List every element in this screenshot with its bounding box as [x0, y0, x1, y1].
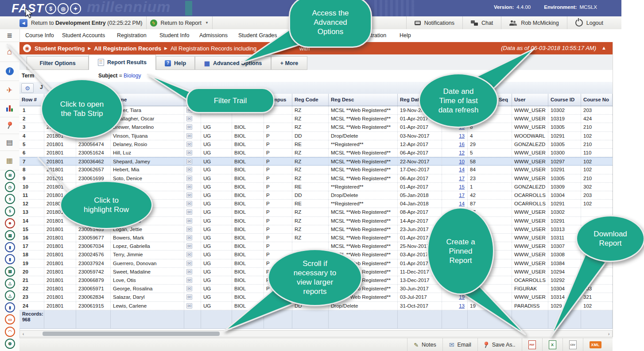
email-icon[interactable]: ✉ — [186, 167, 192, 172]
chart-icon[interactable] — [0, 99, 19, 117]
pin-icon[interactable] — [0, 117, 19, 134]
email-icon[interactable]: ✉ — [186, 218, 192, 224]
book2-icon[interactable]: ▮ — [5, 254, 15, 264]
detail-link[interactable]: 17 — [459, 193, 465, 198]
email-icon[interactable]: ✉ — [186, 227, 192, 232]
email-icon[interactable]: ✉ — [186, 201, 192, 206]
tab-help[interactable]: ?Help — [156, 56, 195, 70]
email-icon[interactable]: ✉ — [186, 278, 192, 283]
email-icon[interactable]: ✉ — [186, 261, 192, 266]
notes-button[interactable]: ✎Notes — [407, 338, 442, 351]
detail-link[interactable]: 19 — [459, 294, 465, 300]
info-icon[interactable]: i — [0, 62, 19, 81]
email-icon[interactable]: ✉ — [186, 209, 192, 215]
table-row[interactable]: 6201801230051624Hill, Luz✉UGBIOLPRZMCSL … — [19, 149, 613, 157]
table-row[interactable]: 4201801Vinson, Tijuana✉UGBIOLPDDDrop/Del… — [19, 132, 613, 140]
export-excel-button[interactable]: X — [542, 338, 563, 351]
email-icon[interactable]: ✉ — [186, 159, 192, 164]
scroll-left-arrow[interactable]: ‹ — [20, 331, 27, 337]
column-header-reg-code[interactable]: Reg Code — [292, 94, 329, 106]
table-row[interactable]: 7201801230036462Shepard, Jamey✉UGBIOLPRZ… — [19, 157, 613, 166]
export-csv-button[interactable]: CSV — [563, 338, 583, 351]
user-menu-button[interactable]: Rob McMicking — [501, 16, 566, 29]
detail-link[interactable]: 13 — [459, 133, 465, 139]
email-icon[interactable]: ✉ — [186, 286, 192, 291]
email-icon[interactable]: ✉ — [186, 294, 192, 300]
tab-report-results[interactable]: Report Results — [89, 54, 156, 70]
notes-icon[interactable]: ▤ — [5, 266, 15, 277]
menu-icon[interactable]: ≡ — [0, 29, 19, 42]
email-icon[interactable]: ✉ — [186, 150, 192, 155]
menu-item-registration[interactable]: Registration — [117, 32, 147, 39]
email-icon[interactable]: ✉ — [186, 116, 192, 121]
flask-icon[interactable]: △ — [5, 278, 15, 289]
dollar-icon[interactable]: $ — [5, 194, 15, 204]
email-icon[interactable]: ✉ — [186, 124, 192, 130]
rocket-icon[interactable]: ✈ — [0, 81, 19, 100]
email-icon[interactable]: ✉ — [186, 243, 192, 249]
email-icon[interactable]: ✉ — [186, 176, 192, 181]
collapse-arrow-icon[interactable]: ▲ — [601, 45, 606, 50]
email-button[interactable]: ✉Email — [442, 338, 477, 351]
dollar2-icon[interactable]: $ — [5, 206, 15, 216]
breadcrumb-level2[interactable]: All Registration Records — [94, 45, 161, 52]
detail-link[interactable]: 14 — [459, 167, 465, 172]
email-icon[interactable]: ✉ — [186, 252, 192, 257]
notifications-button[interactable]: Notifications — [406, 16, 462, 29]
tab--more[interactable]: + More — [271, 56, 307, 70]
detail-link[interactable]: 13 — [459, 303, 465, 309]
money-icon[interactable]: ▭ — [5, 314, 15, 324]
return-to-development-entry[interactable]: Return to Development Entry (02:25:22 PM… — [31, 20, 143, 26]
horizontal-scrollbar[interactable]: ‹ › — [19, 330, 613, 337]
logout-button[interactable]: Logout — [567, 16, 611, 29]
column-header-course-id[interactable]: Course ID — [548, 94, 581, 106]
email-icon[interactable]: ✉ — [186, 269, 192, 274]
email-icon[interactable]: ✉ — [186, 235, 192, 240]
save-as-button[interactable]: Save As.. — [477, 338, 522, 351]
calendar-icon[interactable]: ▦ — [0, 150, 19, 170]
book-icon[interactable]: ▮ — [5, 242, 15, 252]
menu-item-course-info[interactable]: Course Info — [25, 32, 54, 39]
back-icon[interactable]: ◀ — [19, 19, 27, 27]
clock-icon[interactable]: ◷ — [5, 182, 15, 192]
detail-link[interactable]: 14 — [459, 201, 465, 206]
table-row[interactable]: 16201801230059677Bowers, Mark✉UGBIOLPRZM… — [19, 234, 613, 242]
email-icon[interactable]: ✉ — [186, 133, 192, 139]
email-icon[interactable]: ✉ — [186, 193, 192, 198]
detail-link[interactable]: 12 — [459, 150, 465, 155]
menu-item-help[interactable]: Help — [400, 32, 411, 39]
menu-item-student-info[interactable]: Student Info — [159, 32, 189, 39]
table-row[interactable]: 5201801230056474Delaney, Rosio✉UGBIOLPRE… — [19, 140, 613, 149]
email-icon[interactable]: ✉ — [186, 142, 192, 147]
email-icon[interactable]: ✉ — [186, 184, 192, 189]
calculator-icon[interactable]: ⊞ — [5, 170, 15, 180]
flask2-icon[interactable]: △ — [5, 290, 15, 301]
filter-subject-value[interactable]: Biology — [124, 73, 141, 79]
film-icon[interactable]: ▤ — [0, 134, 19, 151]
chat-button[interactable]: Chat — [462, 16, 501, 29]
tab-advanced-options[interactable]: ▦Advanced Options — [195, 56, 271, 70]
person-icon[interactable]: ☻ — [5, 218, 15, 228]
menu-item-student-accounts[interactable]: Student Accounts — [62, 32, 105, 39]
detail-link[interactable]: 17 — [459, 176, 465, 181]
menu-item-admissions[interactable]: Admissions — [199, 32, 228, 39]
detail-link[interactable]: 16 — [459, 142, 465, 147]
table-row[interactable]: 8201801230062657Hebert, Mia✉UGBIOLPRZMCS… — [19, 166, 613, 174]
scrollbar-thumb[interactable] — [43, 332, 220, 336]
book3-icon[interactable]: ▮ — [5, 302, 15, 312]
tab-filter-options[interactable]: Filter Options — [27, 56, 89, 70]
detail-link[interactable]: 15 — [459, 184, 465, 189]
export-xml-button[interactable]: XML — [583, 338, 608, 351]
detail-link[interactable]: 10 — [459, 159, 465, 164]
breadcrumb-level1[interactable]: Student Reporting — [35, 45, 85, 52]
column-header-reg-desc[interactable]: Reg Desc — [329, 94, 398, 106]
column-header-user[interactable]: User — [512, 94, 548, 106]
gear-button[interactable]: ⚙ — [21, 83, 34, 93]
return-to-report-button[interactable]: Return to Report — [161, 20, 202, 26]
home-icon[interactable]: ⌂ — [0, 42, 19, 62]
email-icon[interactable]: ✉ — [186, 303, 192, 309]
globe-icon[interactable]: ◍ — [5, 339, 15, 349]
column-header-row-[interactable]: Row # — [19, 94, 44, 106]
menu-item-student-grades[interactable]: Student Grades — [238, 32, 277, 39]
export-pdf-button[interactable]: PDF — [522, 338, 542, 351]
